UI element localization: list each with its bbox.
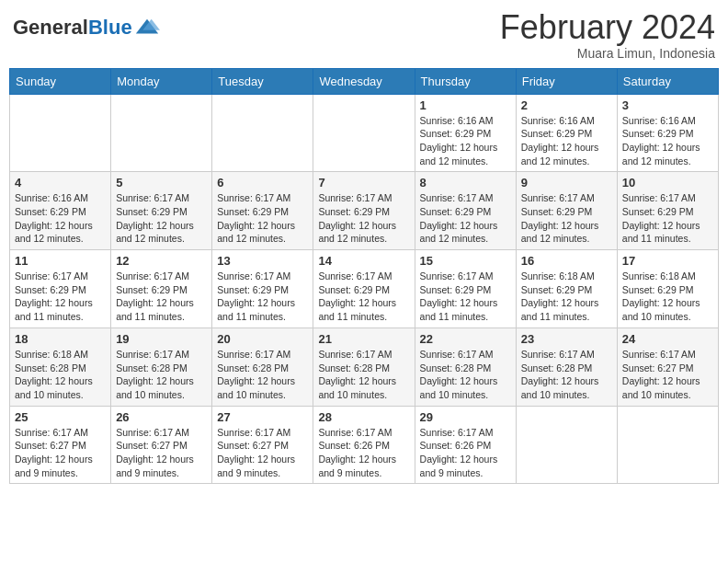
day-number: 5 [116,176,207,190]
calendar-cell: 28Sunrise: 6:17 AM Sunset: 6:26 PM Dayli… [313,406,415,484]
calendar-cell: 24Sunrise: 6:17 AM Sunset: 6:27 PM Dayli… [617,327,718,406]
cell-content: 11Sunrise: 6:17 AM Sunset: 6:29 PM Dayli… [15,254,106,324]
day-number: 7 [318,176,409,190]
cell-content: 25Sunrise: 6:17 AM Sunset: 6:27 PM Dayli… [15,410,106,480]
cell-content: 17Sunrise: 6:18 AM Sunset: 6:29 PM Dayli… [622,254,713,324]
day-number: 10 [622,176,713,190]
day-number: 26 [116,410,207,424]
weekday-header-thursday: Thursday [415,68,516,94]
calendar-cell: 19Sunrise: 6:17 AM Sunset: 6:28 PM Dayli… [111,327,212,406]
header: GeneralBlue February 2024 Muara Limun, I… [9,9,719,61]
calendar-cell: 20Sunrise: 6:17 AM Sunset: 6:28 PM Dayli… [212,327,313,406]
day-info: Sunrise: 6:18 AM Sunset: 6:29 PM Dayligh… [622,270,700,322]
day-number: 21 [318,332,409,346]
day-number: 3 [622,98,713,112]
day-info: Sunrise: 6:17 AM Sunset: 6:29 PM Dayligh… [116,270,194,322]
calendar-week-row: 18Sunrise: 6:18 AM Sunset: 6:28 PM Dayli… [10,327,719,406]
weekday-header-tuesday: Tuesday [212,68,313,94]
main-title: February 2024 [500,9,715,46]
cell-content: 23Sunrise: 6:17 AM Sunset: 6:28 PM Dayli… [521,332,612,402]
cell-content: 29Sunrise: 6:17 AM Sunset: 6:26 PM Dayli… [420,410,511,480]
logo-icon [134,15,160,40]
day-info: Sunrise: 6:17 AM Sunset: 6:29 PM Dayligh… [318,192,396,244]
day-number: 11 [15,254,106,268]
day-info: Sunrise: 6:17 AM Sunset: 6:29 PM Dayligh… [622,192,700,244]
day-info: Sunrise: 6:17 AM Sunset: 6:28 PM Dayligh… [521,349,599,400]
day-info: Sunrise: 6:16 AM Sunset: 6:29 PM Dayligh… [15,192,93,244]
day-info: Sunrise: 6:17 AM Sunset: 6:28 PM Dayligh… [318,349,396,400]
day-info: Sunrise: 6:17 AM Sunset: 6:29 PM Dayligh… [217,270,295,322]
calendar-cell: 18Sunrise: 6:18 AM Sunset: 6:28 PM Dayli… [10,327,111,406]
weekday-header-friday: Friday [516,68,617,94]
calendar-cell: 11Sunrise: 6:17 AM Sunset: 6:29 PM Dayli… [10,250,111,328]
cell-content: 28Sunrise: 6:17 AM Sunset: 6:26 PM Dayli… [318,410,409,480]
cell-content: 16Sunrise: 6:18 AM Sunset: 6:29 PM Dayli… [521,254,612,324]
cell-content: 9Sunrise: 6:17 AM Sunset: 6:29 PM Daylig… [521,176,612,246]
weekday-header-wednesday: Wednesday [313,68,415,94]
cell-content: 7Sunrise: 6:17 AM Sunset: 6:29 PM Daylig… [318,176,409,246]
day-number: 9 [521,176,612,190]
calendar-cell: 2Sunrise: 6:16 AM Sunset: 6:29 PM Daylig… [516,94,617,172]
calendar-cell: 16Sunrise: 6:18 AM Sunset: 6:29 PM Dayli… [516,250,617,328]
calendar-cell: 27Sunrise: 6:17 AM Sunset: 6:27 PM Dayli… [212,406,313,484]
title-area: February 2024 Muara Limun, Indonesia [500,9,715,61]
calendar-cell: 5Sunrise: 6:17 AM Sunset: 6:29 PM Daylig… [111,172,212,250]
cell-content: 26Sunrise: 6:17 AM Sunset: 6:27 PM Dayli… [116,410,207,480]
cell-content: 22Sunrise: 6:17 AM Sunset: 6:28 PM Dayli… [420,332,511,402]
cell-content: 27Sunrise: 6:17 AM Sunset: 6:27 PM Dayli… [217,410,308,480]
day-number: 1 [420,98,511,112]
calendar-cell [516,406,617,484]
day-number: 23 [521,332,612,346]
cell-content: 12Sunrise: 6:17 AM Sunset: 6:29 PM Dayli… [116,254,207,324]
cell-content: 19Sunrise: 6:17 AM Sunset: 6:28 PM Dayli… [116,332,207,402]
calendar-week-row: 11Sunrise: 6:17 AM Sunset: 6:29 PM Dayli… [10,250,719,328]
day-info: Sunrise: 6:16 AM Sunset: 6:29 PM Dayligh… [521,115,599,167]
day-info: Sunrise: 6:18 AM Sunset: 6:28 PM Dayligh… [15,349,93,400]
day-info: Sunrise: 6:16 AM Sunset: 6:29 PM Dayligh… [622,115,700,167]
day-number: 13 [217,254,308,268]
day-number: 4 [15,176,106,190]
calendar-cell: 29Sunrise: 6:17 AM Sunset: 6:26 PM Dayli… [415,406,516,484]
day-number: 14 [318,254,409,268]
calendar-cell: 13Sunrise: 6:17 AM Sunset: 6:29 PM Dayli… [212,250,313,328]
day-info: Sunrise: 6:17 AM Sunset: 6:28 PM Dayligh… [420,349,498,400]
cell-content: 5Sunrise: 6:17 AM Sunset: 6:29 PM Daylig… [116,176,207,246]
cell-content: 8Sunrise: 6:17 AM Sunset: 6:29 PM Daylig… [420,176,511,246]
calendar-cell: 6Sunrise: 6:17 AM Sunset: 6:29 PM Daylig… [212,172,313,250]
calendar-cell [10,94,111,172]
day-number: 19 [116,332,207,346]
calendar-week-row: 25Sunrise: 6:17 AM Sunset: 6:27 PM Dayli… [10,406,719,484]
calendar-cell: 22Sunrise: 6:17 AM Sunset: 6:28 PM Dayli… [415,327,516,406]
calendar-cell: 4Sunrise: 6:16 AM Sunset: 6:29 PM Daylig… [10,172,111,250]
logo: GeneralBlue [13,15,160,40]
day-info: Sunrise: 6:17 AM Sunset: 6:26 PM Dayligh… [420,427,498,478]
day-info: Sunrise: 6:17 AM Sunset: 6:29 PM Dayligh… [420,192,498,244]
day-number: 22 [420,332,511,346]
cell-content: 18Sunrise: 6:18 AM Sunset: 6:28 PM Dayli… [15,332,106,402]
calendar-cell: 9Sunrise: 6:17 AM Sunset: 6:29 PM Daylig… [516,172,617,250]
day-number: 17 [622,254,713,268]
cell-content: 24Sunrise: 6:17 AM Sunset: 6:27 PM Dayli… [622,332,713,402]
day-number: 20 [217,332,308,346]
day-number: 16 [521,254,612,268]
day-info: Sunrise: 6:17 AM Sunset: 6:27 PM Dayligh… [622,349,700,400]
calendar-cell: 12Sunrise: 6:17 AM Sunset: 6:29 PM Dayli… [111,250,212,328]
day-number: 8 [420,176,511,190]
day-number: 12 [116,254,207,268]
day-number: 28 [318,410,409,424]
cell-content: 21Sunrise: 6:17 AM Sunset: 6:28 PM Dayli… [318,332,409,402]
calendar-cell: 26Sunrise: 6:17 AM Sunset: 6:27 PM Dayli… [111,406,212,484]
cell-content: 3Sunrise: 6:16 AM Sunset: 6:29 PM Daylig… [622,98,713,168]
day-info: Sunrise: 6:17 AM Sunset: 6:29 PM Dayligh… [116,192,194,244]
calendar-cell: 25Sunrise: 6:17 AM Sunset: 6:27 PM Dayli… [10,406,111,484]
calendar-cell: 7Sunrise: 6:17 AM Sunset: 6:29 PM Daylig… [313,172,415,250]
calendar-cell: 17Sunrise: 6:18 AM Sunset: 6:29 PM Dayli… [617,250,718,328]
day-number: 18 [15,332,106,346]
cell-content: 14Sunrise: 6:17 AM Sunset: 6:29 PM Dayli… [318,254,409,324]
calendar-cell: 10Sunrise: 6:17 AM Sunset: 6:29 PM Dayli… [617,172,718,250]
calendar-week-row: 1Sunrise: 6:16 AM Sunset: 6:29 PM Daylig… [10,94,719,172]
day-info: Sunrise: 6:17 AM Sunset: 6:29 PM Dayligh… [217,192,295,244]
cell-content: 4Sunrise: 6:16 AM Sunset: 6:29 PM Daylig… [15,176,106,246]
weekday-header-monday: Monday [111,68,212,94]
weekday-header-saturday: Saturday [617,68,718,94]
